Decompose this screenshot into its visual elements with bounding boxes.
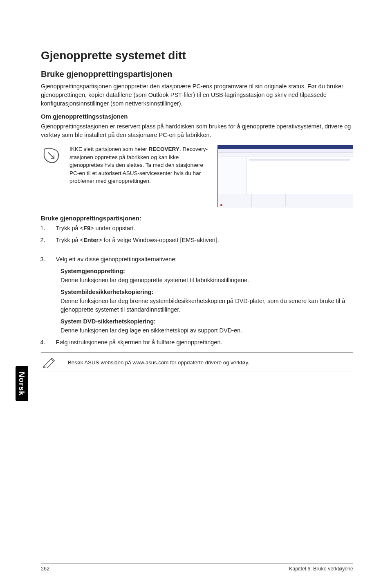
option-body-3: Denne funksjonen lar deg lage en sikkerh… [61, 326, 353, 335]
info-note-text: Besøk ASUS-websiden på www.asus.com for … [68, 359, 249, 366]
chapter-label: Kapittel 6: Bruke verktøyene [289, 566, 353, 572]
option-dvd-backup: System DVD-sikkerhetskopiering: Denne fu… [61, 318, 353, 335]
step-3: Velg ett av disse gjenopprettingsalterna… [47, 255, 354, 264]
warning-text-pre: IKKE slett partsjonen som heter [69, 146, 149, 152]
subsection-heading-use: Bruke gjenopprettingspartisjonen: [41, 215, 353, 222]
steps-list-cont: Velg ett av disse gjenopprettingsalterna… [41, 255, 353, 264]
page-number: 262 [41, 566, 49, 572]
page-heading: Gjenopprette systemet ditt [41, 49, 353, 62]
warning-block: IKKE slett partsjonen som heter RECOVERY… [41, 145, 353, 207]
option-image-backup: Systembildesikkerhetskopiering: Denne fu… [61, 289, 353, 314]
pencil-icon [41, 356, 57, 368]
warning-text: IKKE slett partsjonen som heter RECOVERY… [69, 145, 209, 185]
step-1: Trykk på <F9> under oppstart. [47, 224, 354, 233]
step-2-post: > for å velge Windows-oppsett [EMS-aktiv… [99, 237, 219, 243]
step-2: Trykk på <Enter> for å velge Windows-opp… [47, 236, 354, 245]
subsection-heading-about: Om gjenopprettingsstasjonen [41, 113, 353, 120]
option-system-recovery: Systemgjenoppretting: Denne funksjonen l… [61, 268, 353, 285]
step-1-key: F9 [83, 225, 90, 231]
about-paragraph: Gjenopprettingsstasjonen er reservert pl… [41, 122, 353, 139]
option-body-2: Denne funksjonen lar deg brenne systembi… [61, 297, 353, 314]
option-title-2: Systembildesikkerhetskopiering: [61, 289, 353, 295]
step-2-pre: Trykk på < [56, 237, 84, 243]
warning-text-bold: RECOVERY [149, 146, 179, 152]
page-footer: 262 Kapittel 6: Bruke verktøyene [41, 563, 353, 572]
warning-icon [41, 145, 61, 166]
disk-management-screenshot [217, 145, 353, 207]
option-title-3: System DVD-sikkerhetskopiering: [61, 318, 353, 325]
option-title-1: Systemgjenoppretting: [61, 268, 353, 274]
step-1-pre: Trykk på < [56, 225, 84, 231]
step-2-key: Enter [83, 237, 99, 243]
language-tab: Norsk [16, 366, 28, 401]
steps-list: Trykk på <F9> under oppstart. Trykk på <… [41, 224, 353, 245]
option-body-1: Denne funksjonen lar deg gjenopprette sy… [61, 276, 353, 285]
section-heading: Bruke gjenopprettingspartisjonen [41, 70, 353, 79]
step-1-post: > under oppstart. [90, 225, 135, 231]
intro-paragraph: Gjenopprettingspartisjonen gjenoppretter… [41, 82, 353, 108]
steps-list-final: Følg instruksjonene på skjermen for å fu… [41, 338, 353, 347]
step-4: Følg instruksjonene på skjermen for å fu… [47, 338, 354, 347]
info-note-block: Besøk ASUS-websiden på www.asus.com for … [41, 352, 353, 372]
